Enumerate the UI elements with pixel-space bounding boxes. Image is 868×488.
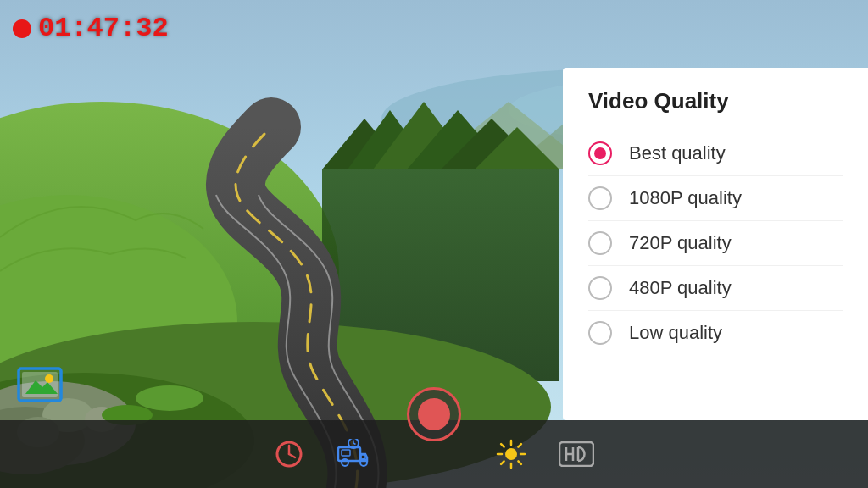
quality-option-480p[interactable]: 480P quality	[588, 266, 843, 311]
svg-point-21	[136, 385, 203, 411]
svg-rect-32	[342, 450, 350, 456]
radio-outer-480p	[588, 276, 612, 300]
svg-line-44	[501, 444, 504, 447]
quality-panel-title: Video Quality	[588, 88, 843, 114]
sun-icon[interactable]	[496, 439, 526, 469]
svg-point-39	[505, 448, 517, 460]
radio-outer-best	[588, 141, 612, 165]
recording-indicator: 01:47:32	[13, 13, 169, 44]
svg-line-46	[501, 461, 504, 464]
quality-option-best[interactable]: Best quality	[588, 131, 843, 176]
record-button-container[interactable]	[407, 387, 461, 441]
svg-line-38	[353, 443, 356, 445]
quality-label-720p: 720P quality	[629, 232, 732, 254]
radio-outer-1080p	[588, 186, 612, 210]
radio-inner-best	[594, 147, 606, 159]
quality-options-list: Best quality1080P quality720P quality480…	[588, 131, 843, 355]
svg-point-26	[45, 374, 53, 383]
svg-line-30	[289, 454, 295, 458]
quality-label-480p: 480P quality	[629, 277, 732, 299]
truck-icon[interactable]	[337, 439, 372, 469]
svg-rect-48	[559, 442, 593, 466]
quality-label-best: Best quality	[629, 142, 726, 164]
record-button[interactable]	[407, 387, 461, 441]
radio-outer-low	[588, 321, 612, 345]
recording-time: 01:47:32	[38, 13, 169, 44]
recording-dot	[13, 19, 31, 38]
hd-icon[interactable]	[559, 441, 594, 467]
record-button-inner	[418, 398, 450, 430]
radio-outer-720p	[588, 231, 612, 255]
quality-option-low[interactable]: Low quality	[588, 311, 843, 355]
quality-option-720p[interactable]: 720P quality	[588, 221, 843, 266]
quality-label-low: Low quality	[629, 322, 722, 344]
quality-label-1080p: 1080P quality	[629, 187, 742, 209]
svg-line-45	[518, 461, 521, 464]
gallery-icon[interactable]	[17, 365, 66, 408]
svg-line-47	[518, 444, 521, 447]
video-quality-panel: Video Quality Best quality1080P quality7…	[563, 68, 868, 420]
quality-option-1080p[interactable]: 1080P quality	[588, 176, 843, 221]
toolbar-icons	[274, 439, 594, 469]
clock-icon[interactable]	[274, 439, 304, 469]
